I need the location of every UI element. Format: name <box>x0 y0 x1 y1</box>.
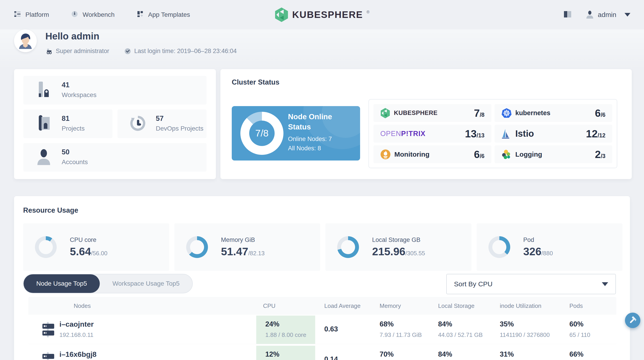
storage-detail: 44.03 / 52.71 GB <box>438 332 483 338</box>
nav-workbench[interactable]: Workbench <box>71 10 114 20</box>
cpu-used: 5.64 <box>70 246 91 258</box>
inode-percent: 31% <box>500 350 514 358</box>
docs-book-icon[interactable] <box>563 10 572 20</box>
pods-percent: 60% <box>570 320 584 328</box>
workspaces-stat-tile[interactable]: 41 Workspaces <box>23 76 206 104</box>
monitoring-total: /6 <box>480 153 484 159</box>
memory-percent: 68% <box>380 320 394 328</box>
kubesphere-component-icon <box>380 108 390 118</box>
hello-banner: Hello admin Super administrator Last log… <box>0 30 644 69</box>
col-memory: Memory <box>380 302 401 310</box>
pod-donut <box>488 236 510 258</box>
component-openpitrix[interactable]: OPENP!TRIX 13/13 <box>374 125 492 142</box>
overview-stats-card: 41 Workspaces 81 Projects 57 DevOps Proj… <box>14 69 216 179</box>
col-pods: Pods <box>570 302 583 310</box>
workspaces-count: 41 <box>62 81 70 89</box>
nav-platform[interactable]: Platform <box>14 10 49 20</box>
login-time-icon <box>124 48 131 55</box>
memory-gauge-tile[interactable]: Memory GiB 51.47/82.13 <box>174 223 320 271</box>
kubernetes-label: kubernetes <box>516 109 550 117</box>
devops-label: DevOps Projects <box>156 125 204 132</box>
component-logging[interactable]: Logging 2/3 <box>494 145 612 163</box>
user-menu-caret-icon <box>624 13 630 16</box>
logo-text: KUBESPHERE <box>292 9 363 20</box>
nav-workbench-label: Workbench <box>82 11 114 18</box>
user-icon <box>586 10 594 19</box>
projects-icon <box>35 114 52 133</box>
node-online-donut: 7/8 <box>240 112 284 155</box>
istio-count: 12 <box>586 128 598 140</box>
tab-node-usage-top5[interactable]: Node Usage Top5 <box>24 274 100 293</box>
pod-used: 326 <box>523 246 542 258</box>
workbench-icon <box>71 10 78 20</box>
nav-platform-label: Platform <box>26 11 49 18</box>
istio-icon <box>501 128 510 139</box>
pod-gauge-tile[interactable]: Pod 326/880 <box>477 223 623 271</box>
toolbox-button[interactable] <box>625 312 640 328</box>
kubernetes-count: 6 <box>595 107 601 119</box>
projects-stat-tile[interactable]: 81 Projects <box>23 110 112 138</box>
node-name[interactable]: i–16x6bgj8 <box>60 350 96 359</box>
nav-app-templates[interactable]: App Templates <box>136 10 190 20</box>
devops-stat-tile[interactable]: 57 DevOps Projects <box>118 110 206 138</box>
cpu-cell: 24% 1.88 / 8.00 core <box>256 316 315 344</box>
component-kubesphere[interactable]: KUBESPHERE 7/8 <box>374 104 492 122</box>
node-name[interactable]: i–caojnter <box>60 320 94 328</box>
kubernetes-icon <box>501 108 512 118</box>
cpu-total: /56.00 <box>91 250 107 256</box>
online-nodes-line: Online Nodes: 7 <box>288 136 352 142</box>
component-istio[interactable]: Istio 12/12 <box>494 125 612 142</box>
user-role: Super administrator <box>46 48 109 55</box>
node-online-ratio: 7/8 <box>255 128 268 139</box>
memory-total: /82.13 <box>248 250 265 256</box>
component-kubernetes[interactable]: kubernetes 6/6 <box>494 104 612 122</box>
app-templates-icon <box>136 10 144 20</box>
pod-total: /880 <box>542 250 553 256</box>
logging-label: Logging <box>516 150 542 158</box>
resource-usage-card: Resource Usage CPU core 5.64/56.00 Memor… <box>14 196 630 360</box>
sort-by-dropdown[interactable]: Sort By CPU <box>446 274 616 294</box>
cluster-status-title: Cluster Status <box>232 78 279 86</box>
kubesphere-count: 7 <box>474 107 480 119</box>
tab-workspace-usage-top5[interactable]: Workspace Usage Top5 <box>100 274 192 293</box>
kubesphere-logo[interactable]: KUBESPHERE ® <box>274 7 370 22</box>
memory-gauge-label: Memory GiB <box>221 236 265 244</box>
inode-percent: 35% <box>500 320 514 328</box>
node-row-1[interactable]: i–caojnter 192.168.0.11 24% 1.88 / 8.00 … <box>28 316 616 344</box>
col-load-average: Load Average <box>324 302 360 310</box>
accounts-label: Accounts <box>62 158 88 166</box>
components-panel: KUBESPHERE 7/8 kubernetes 6/6 OPENP!TRIX… <box>368 99 617 168</box>
memory-percent: 70% <box>380 350 394 358</box>
cpu-percent: 24% <box>265 320 279 328</box>
node-icon <box>40 352 56 360</box>
storage-gauge-tile[interactable]: Local Storage GB 215.96/305.55 <box>326 223 472 271</box>
cluster-status-card: Cluster Status 7/8 Node Online Status On… <box>220 69 632 179</box>
storage-gauge-label: Local Storage GB <box>372 236 425 244</box>
devops-count: 57 <box>156 114 164 123</box>
col-local-storage: Local Storage <box>438 302 474 310</box>
cpu-gauge-tile[interactable]: CPU core 5.64/56.00 <box>23 223 169 271</box>
node-row-2[interactable]: i–16x6bgj8 192.168.0.14 12% 0.93 / 8.00 … <box>28 346 616 360</box>
cpu-percent: 12% <box>265 350 279 358</box>
istio-label: Istio <box>516 128 534 139</box>
all-nodes-line: All Nodes: 8 <box>288 145 352 152</box>
kubesphere-component-label: KUBESPHERE <box>394 110 438 116</box>
pods-detail: 65 / 110 <box>570 332 590 338</box>
resource-gauges: CPU core 5.64/56.00 Memory GiB 51.47/82.… <box>23 223 622 271</box>
node-online-status-card[interactable]: 7/8 Node Online Status Online Nodes: 7 A… <box>232 106 360 160</box>
col-inode-utilization: inode Utilization <box>500 302 542 310</box>
sort-caret-icon <box>602 282 608 286</box>
workspaces-label: Workspaces <box>62 91 96 98</box>
component-monitoring[interactable]: Monitoring 6/6 <box>374 145 492 163</box>
user-menu[interactable]: admin <box>586 10 630 19</box>
table-header: Nodes CPU Load Average Memory Local Stor… <box>28 297 616 315</box>
storage-percent: 84% <box>438 320 452 328</box>
resource-usage-title: Resource Usage <box>23 206 78 214</box>
kubernetes-total: /6 <box>601 112 606 118</box>
logo-registered-mark: ® <box>366 10 370 14</box>
openpitrix-count: 13 <box>465 128 477 140</box>
monitoring-label: Monitoring <box>394 150 430 158</box>
accounts-stat-tile[interactable]: 50 Accounts <box>23 143 206 172</box>
last-login: Last login time: 2019–06–28 23:46:04 <box>124 48 237 55</box>
avatar <box>14 30 37 52</box>
